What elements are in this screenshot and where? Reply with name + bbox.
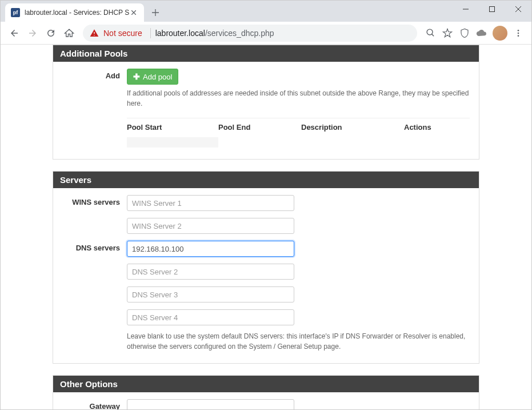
nav-home-button[interactable] xyxy=(60,24,78,42)
browser-tab[interactable]: pf labrouter.local - Services: DHCP S xyxy=(5,3,144,22)
panel-servers: Servers WINS servers xyxy=(53,171,479,364)
add-pool-button[interactable]: ✚ Add pool xyxy=(127,69,178,85)
nav-reload-button[interactable] xyxy=(42,24,60,42)
svg-point-3 xyxy=(518,32,519,34)
svg-rect-0 xyxy=(490,7,495,12)
gateway-label: Gateway xyxy=(62,399,127,409)
not-secure-warning-icon xyxy=(90,29,99,38)
wins-server-2-input[interactable] xyxy=(127,218,294,234)
col-description: Description xyxy=(301,123,404,132)
panel-other-options: Other Options Gateway The default is to … xyxy=(53,375,479,409)
window-close-button[interactable] xyxy=(505,1,531,18)
favicon-pfsense: pf xyxy=(11,8,20,17)
add-label: Add xyxy=(62,69,127,80)
dns-help-text: Leave blank to use the system default DN… xyxy=(127,331,470,352)
gateway-input[interactable] xyxy=(127,399,294,409)
address-omnibox[interactable]: Not secure labrouter.local/services_dhcp… xyxy=(83,25,417,42)
panel-additional-pools: Additional Pools Add ✚ Add pool If addit… xyxy=(53,45,479,160)
plus-icon: ✚ xyxy=(133,72,140,81)
dns-server-3-input[interactable] xyxy=(127,286,294,302)
pool-empty-row xyxy=(127,137,218,148)
dns-servers-label: DNS servers xyxy=(62,241,127,252)
svg-point-1 xyxy=(427,29,433,35)
not-secure-label: Not secure xyxy=(103,29,142,38)
bookmark-star-icon[interactable] xyxy=(439,25,456,42)
col-pool-end: Pool End xyxy=(218,123,301,132)
nav-forward-button[interactable] xyxy=(23,24,42,42)
svg-point-4 xyxy=(518,35,519,37)
browser-title-bar: pf labrouter.local - Services: DHCP S xyxy=(1,1,531,22)
dns-server-2-input[interactable] xyxy=(127,264,294,280)
tab-title: labrouter.local - Services: DHCP S xyxy=(25,9,129,17)
window-minimize-button[interactable] xyxy=(453,1,479,18)
extension-cloud-icon[interactable] xyxy=(473,25,490,42)
wins-servers-label: WINS servers xyxy=(62,195,127,206)
zoom-icon[interactable] xyxy=(422,25,439,42)
tab-close-icon[interactable] xyxy=(129,8,138,17)
url-text: labrouter.local/services_dhcp.php xyxy=(155,29,274,38)
profile-avatar[interactable] xyxy=(493,26,507,41)
panel-header-servers: Servers xyxy=(53,172,479,188)
window-maximize-button[interactable] xyxy=(479,1,505,18)
panel-header-other-options: Other Options xyxy=(53,376,479,392)
omnibox-divider xyxy=(150,28,151,38)
nav-back-button[interactable] xyxy=(5,24,23,42)
pool-table-header: Pool Start Pool End Description Actions xyxy=(127,118,470,136)
extension-ublock-icon[interactable] xyxy=(456,25,473,42)
add-pool-help: If additional pools of addresses are nee… xyxy=(127,88,470,109)
dns-server-1-input[interactable] xyxy=(127,241,294,257)
svg-point-2 xyxy=(518,30,519,31)
page-content-scroll[interactable]: Additional Pools Add ✚ Add pool If addit… xyxy=(1,45,531,409)
wins-server-1-input[interactable] xyxy=(127,195,294,211)
panel-header-additional-pools: Additional Pools xyxy=(53,45,479,62)
new-tab-button[interactable] xyxy=(147,5,163,21)
browser-menu-icon[interactable] xyxy=(510,25,527,42)
dns-server-4-input[interactable] xyxy=(127,309,294,325)
browser-address-bar: Not secure labrouter.local/services_dhcp… xyxy=(1,22,531,45)
col-pool-start: Pool Start xyxy=(127,123,218,132)
col-actions: Actions xyxy=(404,123,470,132)
